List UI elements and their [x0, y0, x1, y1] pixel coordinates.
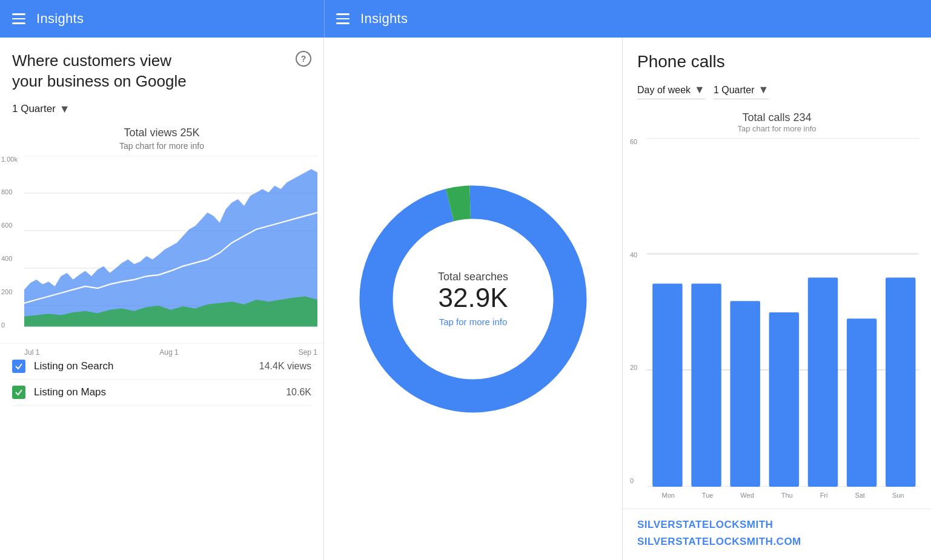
bar-label-tue: Tue	[702, 492, 714, 499]
menu-icon[interactable]	[12, 13, 25, 24]
bar-label-sat: Sat	[855, 492, 865, 499]
chevron-down-quarter: ▼	[758, 84, 769, 96]
section-title-line1: Where customers view	[12, 51, 171, 70]
bar-label-fri: Fri	[820, 492, 828, 499]
filter-row: Day of week ▼ 1 Quarter ▼	[623, 77, 931, 109]
bar-total: Total calls 234	[629, 111, 925, 124]
line-chart-svg	[24, 156, 317, 343]
header-divider	[324, 0, 325, 38]
app-header: Insights Insights	[0, 0, 931, 38]
chevron-down-icon: ▼	[59, 103, 70, 116]
business-links: SILVERSTATELOCKSMITH SILVERSTATELOCKSMIT…	[623, 509, 931, 560]
line-chart-area[interactable]: 1.00k 800 600 400 200 0	[24, 156, 317, 343]
svg-rect-13	[652, 284, 682, 487]
business-link-url[interactable]: SILVERSTATELOCKSMITH.COM	[637, 536, 916, 548]
section-header: Where customers view your business on Go…	[0, 38, 323, 98]
right-panel: Phone calls Day of week ▼ 1 Quarter ▼ To…	[623, 38, 931, 560]
section-title: Where customers view your business on Go…	[12, 51, 290, 92]
section-title-line2: your business on Google	[12, 72, 187, 90]
donut-center-text: Total searches 32.9K Tap for more info	[438, 271, 508, 326]
legend-value-maps: 10.6K	[286, 387, 311, 398]
chart-info: Total views 25K Tap chart for more info	[0, 123, 323, 152]
bar-label-wed: Wed	[740, 492, 754, 499]
header-left: Insights	[12, 11, 336, 27]
donut-container[interactable]: Total searches 32.9K Tap for more info	[358, 184, 588, 414]
quarter-selector-right[interactable]: 1 Quarter ▼	[714, 84, 769, 99]
menu-icon-right[interactable]	[336, 13, 350, 24]
quarter-label: 1 Quarter	[12, 103, 56, 115]
legend-label-search: Listing on Search	[34, 360, 251, 372]
chart-total: Total views 25K	[0, 127, 323, 139]
svg-rect-14	[691, 284, 721, 487]
legend-item-search[interactable]: Listing on Search 14.4K views	[12, 354, 311, 380]
legend-value-search: 14.4K views	[259, 361, 311, 372]
main-content: Where customers view your business on Go…	[0, 38, 931, 560]
svg-rect-15	[730, 301, 760, 487]
checkmark-icon-maps	[15, 388, 23, 397]
left-panel: Where customers view your business on Go…	[0, 38, 324, 560]
chart-tap-hint: Tap chart for more info	[0, 141, 323, 151]
bar-chart-info: Total calls 234 Tap chart for more info	[629, 109, 925, 138]
header-right: Insights	[336, 11, 919, 27]
info-icon[interactable]: ?	[296, 51, 311, 67]
bar-y-labels: 60 40 20 0	[630, 138, 637, 484]
y-axis-labels: 1.00k 800 600 400 200 0	[1, 156, 18, 343]
bar-chart-svg	[647, 138, 919, 487]
business-link-name[interactable]: SILVERSTATELOCKSMITH	[637, 519, 916, 531]
legend-checkbox-search[interactable]	[12, 360, 25, 373]
chevron-down-day: ▼	[694, 84, 705, 96]
bar-chart-area[interactable]: 60 40 20 0	[647, 138, 919, 502]
svg-rect-19	[886, 277, 915, 487]
day-of-week-selector[interactable]: Day of week ▼	[637, 84, 705, 99]
donut-label: Total searches	[438, 271, 508, 283]
phone-calls-title: Phone calls	[623, 38, 931, 77]
bar-tap-hint: Tap chart for more info	[629, 124, 925, 133]
svg-rect-16	[769, 312, 799, 487]
bar-chart-wrapper: Total calls 234 Tap chart for more info …	[623, 109, 931, 509]
quarter-selector[interactable]: 1 Quarter ▼	[0, 98, 323, 123]
bar-label-mon: Mon	[661, 492, 674, 499]
bar-x-labels: Mon Tue Wed Thu Fri Sat Sun	[647, 492, 919, 499]
checkmark-icon	[15, 362, 23, 371]
header-left-title: Insights	[36, 11, 84, 27]
legend-item-maps[interactable]: Listing on Maps 10.6K	[12, 380, 311, 406]
x-axis-labels: Jul 1 Aug 1 Sep 1	[24, 346, 317, 357]
quarter-label-right: 1 Quarter	[714, 85, 755, 96]
legend-checkbox-maps[interactable]	[12, 386, 25, 399]
day-of-week-label: Day of week	[637, 85, 691, 96]
center-panel: Total searches 32.9K Tap for more info	[324, 38, 623, 560]
donut-tap[interactable]: Tap for more info	[438, 317, 508, 327]
legend-label-maps: Listing on Maps	[34, 386, 277, 398]
bar-label-thu: Thu	[781, 492, 793, 499]
header-right-title: Insights	[360, 11, 408, 27]
svg-rect-18	[847, 318, 876, 487]
donut-value: 32.9K	[438, 283, 508, 312]
svg-rect-17	[808, 277, 838, 487]
bar-label-sun: Sun	[892, 492, 904, 499]
